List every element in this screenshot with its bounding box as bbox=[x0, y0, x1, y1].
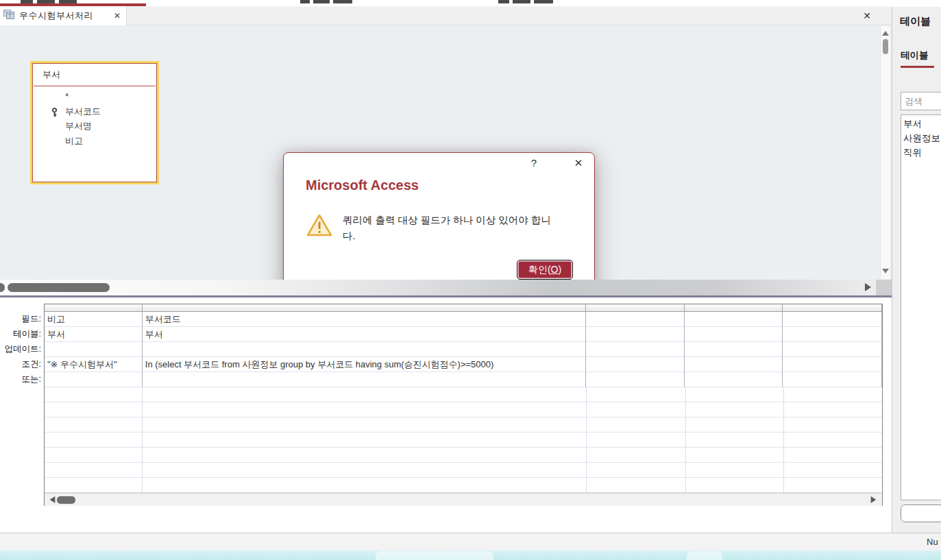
taskbar-strip bbox=[0, 550, 941, 560]
ok-button[interactable]: 확인(O) bbox=[517, 260, 573, 280]
message-dialog: ? ✕ Microsoft Access 쿼리에 출력 대상 필드가 하나 이상… bbox=[283, 152, 595, 297]
nav-pane-bottom-box[interactable] bbox=[901, 504, 941, 522]
grid-cell-empty[interactable] bbox=[783, 327, 882, 342]
grid-cell-or-2[interactable] bbox=[143, 372, 586, 387]
tab-close-icon[interactable]: ✕ bbox=[114, 11, 121, 21]
table-card-busseo[interactable]: 부서 * 부서코드 부서명 비고 bbox=[30, 61, 159, 184]
grid-cell-criteria-2[interactable]: In (select 부서코드 from 사원정보 group by 부서코드 … bbox=[143, 357, 586, 372]
tab-query-document[interactable]: 우수시험부서처리 ✕ bbox=[0, 6, 127, 25]
table-field-list: * 부서코드 부서명 비고 bbox=[32, 86, 157, 148]
navigation-pane: 테이블 테이블 부서 사원정보 직위 bbox=[892, 7, 941, 533]
upper-pane-vscrollbar[interactable] bbox=[880, 26, 890, 279]
upper-pane-hscrollbar[interactable] bbox=[0, 280, 876, 295]
status-bar: Nu bbox=[0, 533, 941, 550]
grid-cell-empty[interactable] bbox=[783, 342, 882, 357]
table-list: 부서 사원정보 직위 bbox=[901, 114, 941, 500]
grid-cell-empty[interactable] bbox=[783, 357, 882, 372]
dialog-message: 쿼리에 출력 대상 필드가 하나 이상 있어야 합니 다. bbox=[343, 212, 576, 244]
grid-hscroll-thumb[interactable] bbox=[57, 496, 75, 504]
dialog-help-icon[interactable]: ? bbox=[528, 157, 539, 169]
list-item-busseo[interactable]: 부서 bbox=[903, 117, 941, 131]
grid-cell-empty[interactable] bbox=[783, 312, 882, 327]
grid-cell-empty[interactable] bbox=[783, 372, 882, 387]
ribbon-fragment bbox=[333, 0, 352, 3]
ribbon-fragment bbox=[498, 0, 509, 3]
nav-tab-tables[interactable]: 테이블 bbox=[901, 49, 929, 62]
ribbon-fragment bbox=[534, 0, 553, 3]
grid-empty-rows[interactable] bbox=[45, 387, 882, 493]
grid-cell-criteria-1[interactable]: "※ 우수시험부서" bbox=[45, 357, 143, 372]
taskbar-highlight bbox=[687, 551, 722, 560]
warning-icon bbox=[306, 214, 332, 240]
grid-cell-or-1[interactable] bbox=[45, 372, 143, 387]
grid-cell-empty[interactable] bbox=[685, 372, 783, 387]
scroll-down-icon[interactable] bbox=[882, 269, 889, 273]
scrollbar-corner bbox=[876, 280, 892, 295]
field-item-busseocode[interactable]: 부서코드 bbox=[32, 104, 157, 119]
grid-cell-empty[interactable] bbox=[586, 372, 685, 387]
search-input[interactable] bbox=[901, 92, 941, 110]
grid-row-field: 비고 부서코드 bbox=[45, 312, 882, 327]
grid-row-criteria: "※ 우수시험부서" In (select 부서코드 from 사원정보 gro… bbox=[45, 357, 882, 372]
grid-row-table: 부서 부서 bbox=[45, 327, 882, 342]
grid-header-row bbox=[45, 304, 882, 312]
list-item-jikwi[interactable]: 직위 bbox=[903, 145, 941, 160]
grid-hscrollbar[interactable] bbox=[45, 493, 882, 506]
dialog-title: Microsoft Access bbox=[306, 178, 419, 193]
vscroll-thumb[interactable] bbox=[883, 39, 888, 54]
scroll-right-icon[interactable] bbox=[865, 283, 871, 291]
grid-cell-field-2[interactable]: 부서코드 bbox=[143, 312, 586, 327]
grid-row-label-field: 필드: bbox=[22, 311, 41, 326]
scroll-up-icon[interactable] bbox=[882, 31, 889, 36]
query-icon bbox=[3, 10, 14, 22]
grid-cell-table-1[interactable]: 부서 bbox=[45, 327, 143, 342]
grid-cell-update-1[interactable] bbox=[45, 342, 143, 357]
grid-row-label-update: 업데이트: bbox=[5, 341, 41, 356]
status-numlock-text: Nu bbox=[927, 537, 938, 547]
grid-cell-empty[interactable] bbox=[685, 342, 783, 357]
grid-row-label-criteria: 조건: bbox=[22, 356, 41, 372]
ribbon-fragment bbox=[513, 0, 530, 3]
scroll-right-icon[interactable] bbox=[871, 496, 877, 503]
grid-cell-empty[interactable] bbox=[685, 327, 783, 342]
grid-cell-update-2[interactable] bbox=[143, 342, 586, 357]
grid-row-or bbox=[45, 372, 882, 387]
field-item-asterisk[interactable]: * bbox=[32, 89, 157, 104]
nav-pane-title[interactable]: 테이블 bbox=[900, 15, 931, 28]
grid-cell-field-1[interactable]: 비고 bbox=[45, 312, 143, 327]
grid-cell-empty[interactable] bbox=[586, 327, 685, 342]
document-close-icon[interactable]: ✕ bbox=[860, 9, 874, 23]
taskbar-highlight bbox=[376, 551, 493, 560]
grid-cell-table-2[interactable]: 부서 bbox=[143, 327, 586, 342]
grid-row-label-table: 테이블: bbox=[13, 326, 41, 341]
field-item-bigo[interactable]: 비고 bbox=[32, 134, 157, 149]
tab-title: 우수시험부서처리 bbox=[19, 10, 93, 22]
grid-cell-empty[interactable] bbox=[586, 312, 685, 327]
list-item-sawonjeongbo[interactable]: 사원정보 bbox=[903, 131, 941, 145]
ribbon-fragment bbox=[300, 0, 310, 3]
table-card-title: 부서 bbox=[34, 64, 156, 86]
hscroll-thumb[interactable] bbox=[8, 283, 110, 292]
grid-cell-empty[interactable] bbox=[685, 357, 783, 372]
dialog-close-icon[interactable]: ✕ bbox=[572, 157, 585, 169]
field-item-busseomyeong[interactable]: 부서명 bbox=[32, 119, 157, 134]
grid-cell-empty[interactable] bbox=[586, 342, 685, 357]
document-tab-strip: 우수시험부서처리 ✕ ✕ bbox=[0, 6, 892, 25]
hscroll-left-nub[interactable] bbox=[0, 283, 5, 292]
grid-cell-empty[interactable] bbox=[685, 312, 783, 327]
ribbon-fragment bbox=[313, 0, 330, 3]
nav-tab-underline bbox=[901, 66, 934, 68]
grid-row-label-or: 또는: bbox=[22, 372, 41, 387]
grid-cell-empty[interactable] bbox=[586, 357, 685, 372]
grid-row-update bbox=[45, 342, 882, 357]
query-design-canvas: 부서 * 부서코드 부서명 비고 ? ✕ Microsoft Access bbox=[0, 25, 892, 280]
query-design-grid: 비고 부서코드 부서 부서 "※ 우수시험부서" In (select 부서코드… bbox=[44, 304, 883, 506]
scroll-left-icon[interactable] bbox=[50, 496, 56, 503]
